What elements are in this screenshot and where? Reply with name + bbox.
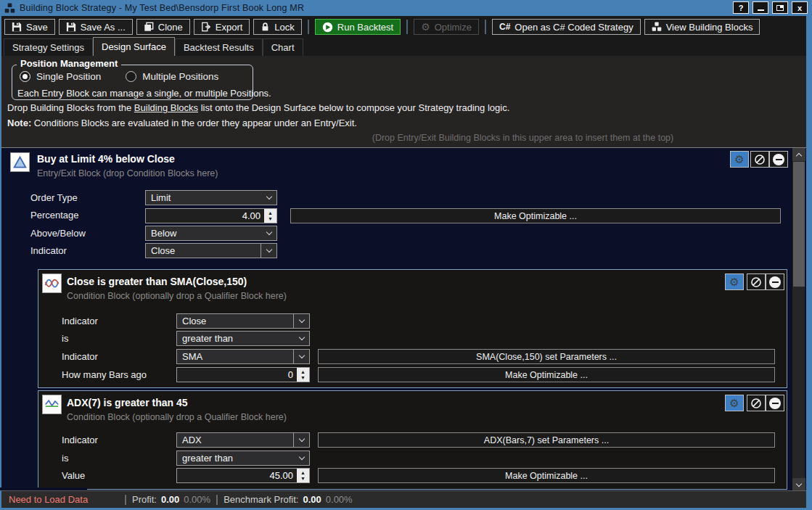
tab-backtest-results[interactable]: Backtest Results — [175, 38, 263, 56]
condition-block-title: ADX(7) is greater than 45 — [67, 397, 188, 408]
help-button[interactable]: ? — [733, 1, 749, 14]
design-surface[interactable]: Buy at Limit 4% below Close Entry/Exit B… — [1, 147, 806, 490]
vertical-scrollbar[interactable] — [792, 148, 805, 491]
export-button[interactable]: Export — [194, 19, 250, 35]
building-blocks-app-icon — [4, 3, 15, 14]
spinner-arrows-icon[interactable]: ▲▼ — [264, 209, 276, 223]
optimize-button[interactable]: ⚙ Optimize — [414, 19, 479, 35]
spinner-arrows-icon[interactable]: ▲▼ — [297, 368, 309, 382]
make-optimizable-button[interactable]: Make Optimizable ... — [318, 468, 775, 483]
toolbar-separator — [406, 20, 408, 34]
maximize-button[interactable] — [772, 1, 788, 14]
save-button[interactable]: Save — [4, 19, 55, 35]
profit-value: 0.00 — [161, 494, 179, 505]
condition-settings-button[interactable]: ⚙ — [725, 273, 744, 290]
condition-block-close-sma[interactable]: Close is greater than SMA(Close,150) Con… — [38, 269, 787, 388]
open-csharp-label: Open as C# Coded Strategy — [514, 22, 633, 33]
note-label: Note: — [7, 118, 31, 128]
chevron-down-icon — [298, 436, 304, 442]
percentage-label: Percentage — [30, 210, 79, 221]
bars-ago-spinner[interactable]: 0 ▲▼ — [176, 367, 310, 382]
dropdown-chevron-button[interactable] — [293, 350, 309, 363]
condition-disable-button[interactable] — [747, 395, 766, 411]
single-position-radio[interactable] — [20, 71, 30, 82]
value-label: Value — [62, 470, 85, 481]
value-spinner[interactable]: 45.00 ▲▼ — [176, 468, 310, 483]
gear-icon: ⚙ — [729, 276, 739, 287]
entry-block-settings-button[interactable]: ⚙ — [730, 151, 749, 168]
dropdown-chevron-button[interactable] — [293, 314, 309, 328]
entry-block-title: Buy at Limit 4% below Close — [37, 153, 175, 165]
scroll-up-button[interactable] — [792, 148, 805, 161]
indicator-dropdown[interactable]: Close — [145, 243, 277, 258]
instruction-text: list onto the Design Surface below to co… — [198, 102, 509, 113]
entry-block-remove-button[interactable] — [769, 151, 788, 168]
run-backtest-button[interactable]: Run Backtest — [315, 19, 401, 35]
value-value: 45.00 — [177, 469, 297, 482]
lock-button[interactable]: Lock — [253, 19, 301, 35]
view-building-blocks-button[interactable]: View Building Blocks — [644, 19, 760, 35]
open-csharp-button[interactable]: C# Open as C# Coded Strategy — [492, 19, 641, 35]
entry-block-disable-button[interactable] — [750, 151, 769, 168]
make-optimizable-button[interactable]: Make Optimizable ... — [290, 208, 781, 223]
save-label: Save — [26, 22, 48, 33]
set-parameters-button[interactable]: SMA(Close,150) set Parameters ... — [318, 349, 775, 364]
scroll-down-button[interactable] — [792, 478, 805, 491]
indicator2-label: Indicator — [62, 351, 98, 362]
condition-block-adx[interactable]: ADX(7) is greater than 45 Condition Bloc… — [38, 390, 787, 490]
minus-circle-icon — [769, 398, 781, 409]
indicator2-dropdown[interactable]: SMA — [176, 349, 310, 364]
gear-icon: ⚙ — [734, 154, 744, 165]
drop-hint-text: (Drop Entry/Exit Building Blocks in this… — [248, 133, 797, 143]
close-button[interactable]: x — [792, 1, 808, 14]
tab-strategy-settings[interactable]: Strategy Settings — [4, 38, 93, 56]
clone-icon — [144, 22, 154, 32]
condition-settings-button[interactable]: ⚙ — [725, 395, 744, 411]
note-text: Conditions Blocks are evaluated in the o… — [31, 118, 357, 128]
minimize-icon — [758, 9, 764, 11]
condition-block-subtitle: Condition Block (optionally drop a Quali… — [67, 412, 287, 422]
titlebar[interactable]: Building Block Strategy - My Test Bed\Be… — [0, 0, 812, 16]
chevron-down-icon — [298, 317, 304, 323]
operator-dropdown[interactable]: greater than — [176, 451, 310, 466]
position-management-groupbox: Position Management Single Position Mult… — [12, 65, 253, 100]
make-optimizable-button[interactable]: Make Optimizable ... — [318, 367, 775, 382]
condition-remove-button[interactable] — [766, 395, 784, 411]
above-below-value: Below — [151, 228, 267, 239]
tab-chart[interactable]: Chart — [263, 38, 303, 56]
chevron-up-icon — [796, 152, 802, 158]
condition-disable-button[interactable] — [747, 273, 766, 290]
scrollbar-thumb[interactable] — [793, 162, 805, 287]
set-parameters-button[interactable]: ADX(Bars,7) set Parameters ... — [318, 432, 775, 448]
entry-block-subtitle: Entry/Exit Block (drop Condition Blocks … — [37, 168, 218, 178]
minus-circle-icon — [773, 154, 784, 165]
instruction-note: Note: Conditions Blocks are evaluated in… — [7, 118, 357, 128]
above-below-dropdown[interactable]: Below — [145, 226, 277, 241]
export-icon — [201, 22, 211, 32]
percentage-spinner[interactable]: 4.00 ▲▼ — [145, 208, 277, 223]
is-label: is — [62, 333, 68, 344]
tab-bar: Strategy Settings Design Surface Backtes… — [1, 38, 806, 56]
dropdown-chevron-button[interactable] — [293, 433, 309, 447]
building-blocks-link[interactable]: Building Blocks — [134, 102, 198, 113]
indicator1-dropdown[interactable]: Close — [176, 313, 310, 329]
is-label: is — [62, 453, 68, 464]
view-building-blocks-label: View Building Blocks — [666, 22, 753, 33]
operator-dropdown[interactable]: greater than — [176, 331, 310, 346]
save-as-button[interactable]: Save As ... — [59, 19, 133, 35]
chevron-down-icon — [266, 247, 271, 252]
order-type-dropdown[interactable]: Limit — [145, 190, 277, 205]
dropdown-chevron-button[interactable] — [261, 244, 276, 258]
condition-block-icon — [42, 395, 62, 414]
clone-button[interactable]: Clone — [136, 19, 190, 35]
disable-icon — [750, 276, 762, 288]
tab-design-surface[interactable]: Design Surface — [93, 37, 175, 56]
status-separator — [125, 495, 126, 505]
minimize-button[interactable] — [752, 1, 768, 14]
multiple-positions-radio[interactable] — [126, 71, 136, 82]
condition-remove-button[interactable] — [766, 273, 784, 290]
indicator2-value: SMA — [182, 351, 293, 362]
spinner-arrows-icon[interactable]: ▲▼ — [297, 469, 309, 482]
indicator-dropdown[interactable]: ADX — [176, 432, 310, 448]
profit-percent: 0.00% — [184, 494, 210, 505]
